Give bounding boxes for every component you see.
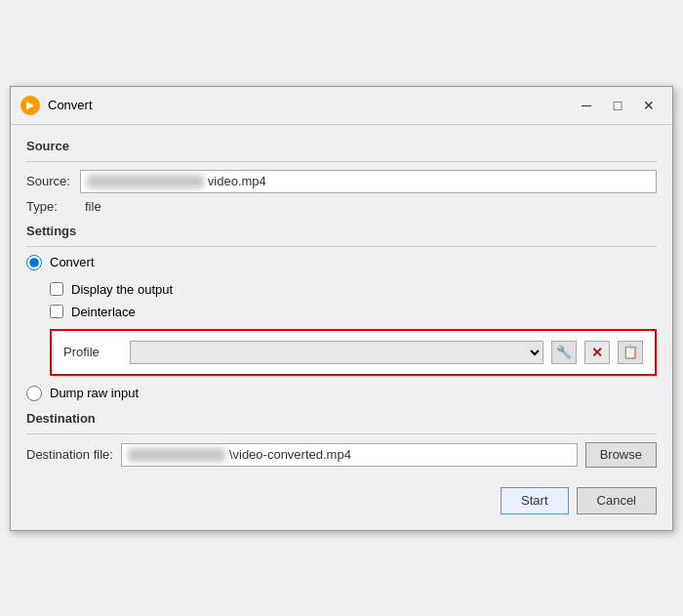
profile-select[interactable] <box>130 341 543 364</box>
deinterlace-row: Deinterlace <box>50 305 657 319</box>
dump-raw-label: Dump raw input <box>50 386 139 400</box>
destination-section: Destination Destination file: \video-con… <box>26 411 657 468</box>
display-output-row: Display the output <box>50 282 657 297</box>
cancel-button[interactable]: Cancel <box>577 487 657 514</box>
maximize-button[interactable]: □ <box>604 95 631 116</box>
new-profile-icon: 📋 <box>623 345 638 359</box>
title-bar-left: ▶ Convert <box>20 96 93 115</box>
source-blurred-part <box>87 175 204 188</box>
start-button[interactable]: Start <box>501 487 568 514</box>
display-output-label: Display the output <box>71 282 173 297</box>
delete-icon: ✕ <box>591 345 603 360</box>
settings-divider <box>26 246 657 247</box>
profile-delete-button[interactable]: ✕ <box>584 341 610 364</box>
source-filename: video.mp4 <box>208 174 266 188</box>
source-section: Source Source: video.mp4 Type: file <box>26 139 657 214</box>
wrench-icon: 🔧 <box>556 345 572 359</box>
convert-radio[interactable] <box>26 255 42 270</box>
source-label: Source: <box>26 174 80 188</box>
destination-field-row: Destination file: \video-converted.mp4 B… <box>26 442 657 468</box>
title-bar: ▶ Convert ─ □ ✕ <box>11 87 672 125</box>
type-value: file <box>85 199 657 214</box>
type-field-row: Type: file <box>26 199 657 214</box>
source-field-row: Source: video.mp4 <box>26 170 657 193</box>
deinterlace-label: Deinterlace <box>71 305 136 319</box>
destination-divider <box>26 433 657 434</box>
profile-box: Profile 🔧 ✕ 📋 <box>50 329 657 376</box>
convert-radio-row: Convert <box>26 255 657 270</box>
minimize-button[interactable]: ─ <box>573 95 600 116</box>
profile-label: Profile <box>63 345 122 359</box>
close-button[interactable]: ✕ <box>635 95 663 116</box>
browse-button[interactable]: Browse <box>585 442 657 468</box>
window-content: Source Source: video.mp4 Type: file Sett… <box>11 125 672 530</box>
deinterlace-checkbox[interactable] <box>50 305 63 318</box>
destination-input[interactable]: \video-converted.mp4 <box>121 443 578 467</box>
source-section-label: Source <box>26 139 657 153</box>
profile-edit-button[interactable]: 🔧 <box>551 341 577 364</box>
convert-label: Convert <box>50 255 95 269</box>
window-title: Convert <box>48 98 93 112</box>
dump-raw-row: Dump raw input <box>26 386 657 401</box>
convert-window: ▶ Convert ─ □ ✕ Source Source: video.mp4… <box>10 86 673 531</box>
vlc-icon: ▶ <box>20 96 40 115</box>
destination-section-label: Destination <box>26 411 657 426</box>
bottom-buttons: Start Cancel <box>26 487 657 514</box>
settings-section-label: Settings <box>26 224 657 238</box>
source-input[interactable]: video.mp4 <box>80 170 657 193</box>
dump-raw-radio[interactable] <box>26 386 42 401</box>
source-divider <box>26 161 657 162</box>
destination-label: Destination file: <box>26 447 113 462</box>
type-label: Type: <box>26 199 85 214</box>
display-output-checkbox[interactable] <box>50 282 63 296</box>
settings-section: Settings Convert Display the output Dein… <box>26 224 657 401</box>
dest-blurred-part <box>128 448 225 462</box>
title-bar-controls: ─ □ ✕ <box>573 95 663 116</box>
profile-new-button[interactable]: 📋 <box>618 341 643 364</box>
dest-filename: \video-converted.mp4 <box>229 447 351 462</box>
